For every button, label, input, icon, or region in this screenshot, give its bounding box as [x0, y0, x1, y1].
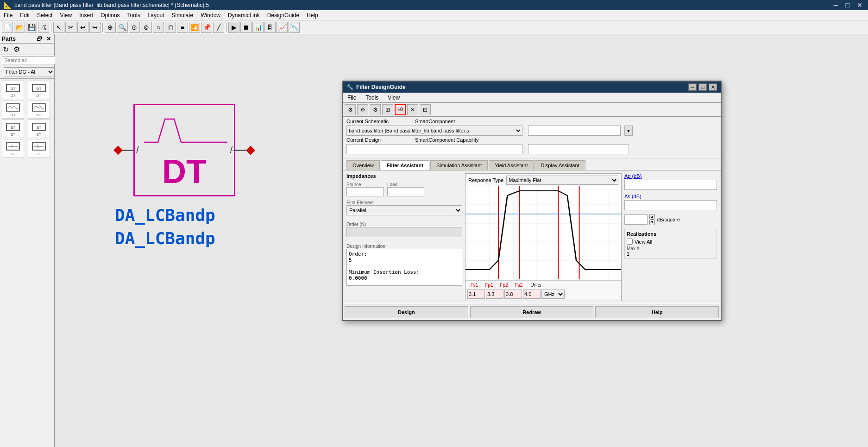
- view-all-checkbox[interactable]: [627, 239, 633, 245]
- toolbar-pin[interactable]: 📌: [201, 22, 212, 33]
- toolbar-b5[interactable]: ≡: [177, 22, 188, 33]
- menu-edit[interactable]: Edit: [16, 11, 33, 19]
- dbs-up-arrow[interactable]: ▲: [649, 214, 655, 220]
- response-type-select[interactable]: Maximally Flat Equiripple Chebyshev: [506, 176, 618, 185]
- component-dt1[interactable]: DT DT: [2, 81, 24, 99]
- toolbar-search[interactable]: 🔍: [117, 22, 128, 33]
- dtb-align[interactable]: ⊟: [420, 104, 431, 115]
- toolbar-tuning[interactable]: 🎛: [264, 22, 276, 33]
- freq-input-fp1[interactable]: [486, 290, 503, 299]
- component-st2[interactable]: ST ST: [28, 120, 50, 138]
- toolbar-redo[interactable]: ↪: [89, 22, 101, 33]
- dialog-minimize-btn[interactable]: ─: [688, 83, 697, 91]
- toolbar-save[interactable]: 💾: [26, 22, 37, 33]
- toolbar-open[interactable]: 📂: [14, 22, 25, 33]
- toolbar-new[interactable]: 📄: [2, 22, 13, 33]
- dtb-gear2[interactable]: ⚙: [370, 104, 381, 115]
- view-all-label[interactable]: View All: [635, 239, 652, 245]
- current-design-input[interactable]: schematic: [346, 144, 522, 154]
- toolbar-b1[interactable]: ⊙: [129, 22, 140, 33]
- freq-input-fp2[interactable]: [504, 290, 522, 299]
- toolbar-undo[interactable]: ↩: [77, 22, 88, 33]
- component-dt2[interactable]: DT DT: [28, 81, 50, 99]
- dialog-close-btn[interactable]: ✕: [709, 83, 717, 91]
- menu-insert[interactable]: Insert: [75, 11, 97, 19]
- toolbar-cut[interactable]: ✂: [65, 22, 76, 33]
- freq-input-fs1[interactable]: [467, 290, 485, 299]
- freq-units-select[interactable]: GHz MHz kHz Hz: [541, 290, 565, 299]
- dialog-title-text: Filter DesignGuide: [356, 84, 406, 90]
- panel-refresh-icon[interactable]: ↻: [2, 45, 9, 53]
- schematic-area[interactable]: / DT / DA_LCBandp DA_LCBandp: [55, 34, 868, 447]
- current-schematic-select[interactable]: band pass filter [Band pass filter_lib:b…: [346, 126, 522, 136]
- dtb-gear1[interactable]: ⚙: [357, 104, 368, 115]
- dialog-menu-tools[interactable]: Tools: [361, 94, 383, 102]
- tab-yield-assistant[interactable]: Yield Assistant: [489, 160, 534, 170]
- tab-display-assistant[interactable]: Display Assistant: [535, 160, 585, 170]
- ap-label[interactable]: Ap (dB): [624, 173, 717, 179]
- dbs-input[interactable]: 2: [624, 214, 648, 225]
- smart-component-input[interactable]: DA_LCBandpassDT1: [528, 126, 621, 136]
- menu-dynamiclink[interactable]: DynamicLink: [224, 11, 264, 19]
- redraw-button[interactable]: Redraw: [470, 306, 594, 318]
- toolbar-sim1[interactable]: ▶: [228, 22, 239, 33]
- menu-window[interactable]: Window: [197, 11, 224, 19]
- tab-simulation-assistant[interactable]: Simulation Assistant: [430, 160, 488, 170]
- toolbar-b2[interactable]: ⊚: [141, 22, 152, 33]
- toolbar-select[interactable]: ↖: [53, 22, 64, 33]
- toolbar-wire[interactable]: ╱: [213, 22, 224, 33]
- component-st1[interactable]: ST ST: [2, 120, 24, 138]
- dialog-maximize-btn[interactable]: □: [698, 83, 707, 91]
- toolbar-b3[interactable]: ○: [153, 22, 164, 33]
- as-label[interactable]: As (dB): [624, 194, 717, 199]
- tab-filter-assistant[interactable]: Filter Assistant: [381, 160, 429, 170]
- dialog-menu-view[interactable]: View: [383, 94, 404, 102]
- menu-layout[interactable]: Layout: [144, 11, 168, 19]
- component-dt4[interactable]: DT: [28, 100, 50, 119]
- close-button[interactable]: ✕: [855, 1, 864, 9]
- menu-tools[interactable]: Tools: [124, 11, 144, 19]
- menu-simulate[interactable]: Simulate: [168, 11, 197, 19]
- toolbar-b6[interactable]: 📶: [189, 22, 200, 33]
- toolbar-sim2[interactable]: ⏹: [240, 22, 252, 33]
- component-dt3[interactable]: DT: [2, 100, 24, 119]
- menu-designguide[interactable]: DesignGuide: [264, 11, 303, 19]
- menu-help[interactable]: Help: [303, 11, 322, 19]
- minimize-button[interactable]: ─: [832, 1, 840, 9]
- toolbar-yield[interactable]: 📈: [277, 22, 288, 33]
- toolbar-add-comp[interactable]: ⊕: [105, 22, 116, 33]
- dialog-menu-file[interactable]: File: [343, 94, 361, 102]
- dtb-settings[interactable]: ⚙: [345, 104, 356, 115]
- menu-file[interactable]: File: [0, 11, 16, 19]
- menu-options[interactable]: Options: [97, 11, 123, 19]
- dtb-clear[interactable]: ✕: [407, 104, 418, 115]
- freq-input-fs2[interactable]: [523, 290, 541, 299]
- component-st4[interactable]: ST: [28, 139, 50, 157]
- toolbar-sim3[interactable]: 📊: [252, 22, 264, 33]
- toolbar-b4[interactable]: ⊓: [165, 22, 176, 33]
- design-button[interactable]: Design: [345, 306, 468, 318]
- component-st3[interactable]: ST: [2, 139, 24, 157]
- panel-restore-icon[interactable]: 🗗: [36, 35, 43, 43]
- tab-overview[interactable]: Overview: [346, 160, 380, 170]
- dtb-grid[interactable]: ⊞: [382, 104, 393, 115]
- panel-config-icon[interactable]: ⚙: [13, 45, 20, 53]
- help-button[interactable]: Help: [595, 306, 719, 318]
- ap-input[interactable]: 3: [624, 180, 717, 190]
- filter-dropdown[interactable]: Filter DG - Al:: [4, 67, 55, 76]
- dbs-down-arrow[interactable]: ▼: [649, 220, 655, 225]
- smart-component-dropdown[interactable]: ▼: [624, 126, 633, 136]
- source-input[interactable]: 50: [346, 187, 384, 196]
- center-chart: Response Type Maximally Flat Equiripple …: [465, 173, 622, 301]
- load-input[interactable]: 50: [387, 187, 424, 196]
- first-element-select[interactable]: Parallel Series: [346, 205, 462, 215]
- menu-select[interactable]: Select: [33, 11, 56, 19]
- dtb-highlighted[interactable]: ±0: [395, 104, 406, 115]
- as-input[interactable]: 20: [624, 200, 717, 210]
- menu-view[interactable]: View: [56, 11, 75, 19]
- toolbar-display[interactable]: 📉: [289, 22, 300, 33]
- maximize-button[interactable]: □: [844, 1, 851, 9]
- sc-capability-input[interactable]: Design, Simulate, Yield, Display: [528, 144, 629, 154]
- toolbar-print[interactable]: 🖨: [38, 22, 49, 33]
- panel-close-icon[interactable]: ✕: [45, 35, 52, 43]
